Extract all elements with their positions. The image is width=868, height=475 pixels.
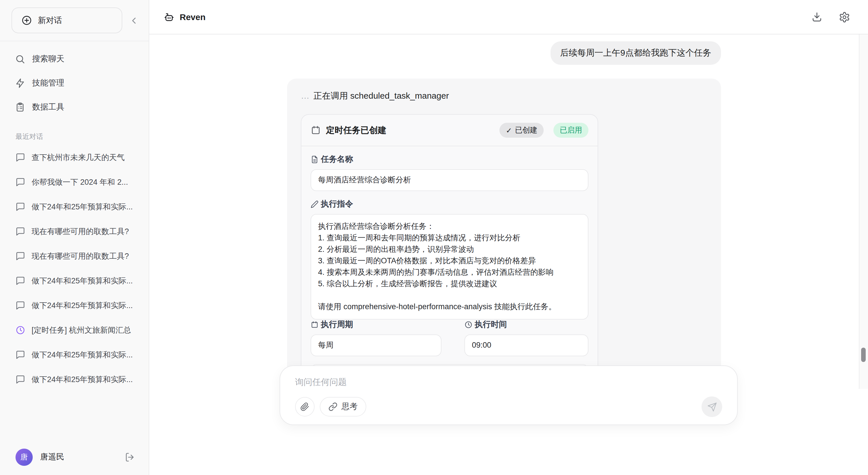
recent-conversations-label: 最近对话 (0, 132, 149, 142)
task-name-input[interactable]: 每周酒店经营综合诊断分析 (311, 169, 588, 191)
think-label: 思考 (342, 402, 358, 412)
sidebar-item-search-chats[interactable]: 搜索聊天 (0, 47, 149, 71)
chat-bubble-icon (16, 177, 25, 187)
chat-bubble-icon (16, 301, 25, 310)
task-card-body: 任务名称 每周酒店经营综合诊断分析 执行指令 执行酒店经营综合诊断分析任务： 1… (301, 146, 598, 390)
task-name-label: 任务名称 (311, 154, 588, 165)
send-button[interactable] (702, 397, 722, 417)
conversation-item[interactable]: 做下24年和25年预算和实际... (0, 367, 149, 392)
conversation-title: 现在有哪些可用的取数工具? (32, 226, 129, 237)
conversation-item-scheduled-task[interactable]: [定时任务] 杭州文旅新闻汇总 (0, 318, 149, 342)
sidebar-nav: 搜索聊天 技能管理 数据工具 (0, 41, 149, 122)
main-area: Reven 后续每周一上午9点都给我跑下这个任务 (149, 0, 868, 475)
conversation-item[interactable]: 现在有哪些可用的取数工具? (0, 244, 149, 269)
conversation-title: 你帮我做一下 2024 年和 2... (32, 177, 128, 187)
composer: 思考 (280, 366, 738, 425)
app-title: Reven (180, 12, 206, 22)
conversation-item[interactable]: 做下24年和25年预算和实际... (0, 269, 149, 293)
time-label-text: 执行时间 (475, 319, 507, 330)
zap-icon (15, 78, 25, 88)
conversation-item[interactable]: 现在有哪些可用的取数工具? (0, 219, 149, 244)
brand: Reven (164, 11, 206, 22)
tool-call-status: …正在调用 scheduled_task_manager (301, 90, 707, 102)
avatar: 唐 (16, 449, 33, 466)
gear-icon (839, 11, 850, 23)
sidebar-item-skills[interactable]: 技能管理 (0, 71, 149, 95)
new-chat-label: 新对话 (38, 15, 62, 26)
conversation-item[interactable]: 做下24年和25年预算和实际... (0, 342, 149, 367)
conversation-title: 查下杭州市未来几天的天气 (32, 152, 125, 163)
clipboard-icon (15, 102, 25, 112)
task-card-header: 定时任务已创建 ✓已创建 已启用 (301, 115, 598, 146)
task-card-title: 定时任务已创建 (326, 125, 494, 136)
instruction-label: 执行指令 (311, 199, 588, 209)
instruction-label-text: 执行指令 (321, 199, 353, 209)
download-button[interactable] (810, 10, 824, 24)
clock-icon (16, 325, 25, 335)
settings-button[interactable] (838, 10, 851, 24)
think-toggle-button[interactable]: 思考 (320, 397, 366, 416)
search-icon (15, 54, 25, 64)
sidebar-item-label: 搜索聊天 (32, 54, 64, 64)
paperclip-icon (300, 402, 309, 411)
assistant-message-bubble: …正在调用 scheduled_task_manager 定时任务已创建 ✓已创… (287, 78, 721, 390)
scrollbar-track[interactable] (859, 34, 868, 389)
user-message-bubble: 后续每周一上午9点都给我跑下这个任务 (550, 41, 721, 65)
header-actions (810, 10, 851, 24)
instruction-textarea[interactable]: 执行酒店经营综合诊断分析任务： 1. 查询最近一周和去年同期的预算达成情况，进行… (311, 214, 588, 319)
download-icon (811, 11, 823, 23)
scrollbar-thumb[interactable] (861, 348, 866, 362)
pencil-icon (311, 200, 319, 208)
chat-scroll-area[interactable]: 后续每周一上午9点都给我跑下这个任务 …正在调用 scheduled_task_… (149, 34, 859, 390)
file-text-icon (311, 156, 319, 164)
conversation-item[interactable]: 做下24年和25年预算和实际... (0, 293, 149, 318)
sidebar-item-label: 技能管理 (32, 78, 64, 88)
app-window: 新对话 搜索聊天 技能管理 (0, 0, 868, 475)
conversation-item[interactable]: 查下杭州市未来几天的天气 (0, 145, 149, 170)
conversation-title: 做下24年和25年预算和实际... (32, 276, 133, 286)
scheduled-task-card: 定时任务已创建 ✓已创建 已启用 任务名称 (301, 114, 598, 390)
user-profile[interactable]: 唐 唐遥民 (0, 439, 149, 475)
sidebar-item-label: 数据工具 (32, 102, 64, 112)
logout-icon (125, 452, 135, 463)
composer-actions: 思考 (295, 397, 722, 417)
plus-circle-icon (21, 15, 32, 26)
logout-button[interactable] (123, 451, 136, 464)
conversation-title: 做下24年和25年预算和实际... (32, 202, 133, 212)
clock-icon (464, 321, 472, 329)
task-name-label-text: 任务名称 (321, 154, 353, 165)
status-badge-created-label: 已创建 (515, 125, 537, 135)
tool-call-text: 正在调用 scheduled_task_manager (313, 91, 449, 100)
sidebar-item-data-tools[interactable]: 数据工具 (0, 95, 149, 119)
conversation-title: 做下24年和25年预算和实际... (32, 350, 133, 360)
sidebar: 新对话 搜索聊天 技能管理 (0, 0, 149, 475)
chat-input[interactable] (280, 366, 737, 387)
cycle-label-text: 执行周期 (321, 319, 353, 330)
calendar-icon (311, 321, 319, 329)
status-badge-enabled: 已启用 (553, 123, 588, 138)
cycle-label: 执行周期 (311, 319, 441, 330)
new-chat-button[interactable]: 新对话 (11, 7, 122, 33)
chat-bubble-icon (16, 152, 25, 162)
conversation-title: [定时任务] 杭州文旅新闻汇总 (32, 325, 131, 335)
loading-ellipsis: … (301, 91, 309, 100)
chat-bubble-icon (16, 202, 25, 212)
avatar-initial: 唐 (20, 452, 28, 463)
conversation-item[interactable]: 做下24年和25年预算和实际... (0, 195, 149, 219)
chat-bubble-icon (16, 375, 25, 384)
message-thread: 后续每周一上午9点都给我跑下这个任务 …正在调用 scheduled_task_… (287, 34, 721, 390)
chat-bubble-icon (16, 350, 25, 360)
status-badge-created: ✓已创建 (499, 123, 544, 138)
collapse-sidebar-button[interactable] (128, 14, 141, 27)
chat-bubble-icon (16, 227, 25, 236)
attach-button[interactable] (295, 397, 315, 416)
conversation-title: 做下24年和25年预算和实际... (32, 300, 133, 311)
chat-bubble-icon (16, 251, 25, 261)
time-input[interactable]: 09:00 (464, 334, 588, 356)
cycle-input[interactable]: 每周 (311, 334, 441, 356)
conversation-list: 查下杭州市未来几天的天气 你帮我做一下 2024 年和 2... 做下24年和2… (0, 145, 149, 439)
chat-bubble-icon (16, 276, 25, 286)
conversation-title: 现在有哪些可用的取数工具? (32, 251, 129, 261)
conversation-item[interactable]: 你帮我做一下 2024 年和 2... (0, 170, 149, 195)
bot-icon (164, 11, 175, 22)
